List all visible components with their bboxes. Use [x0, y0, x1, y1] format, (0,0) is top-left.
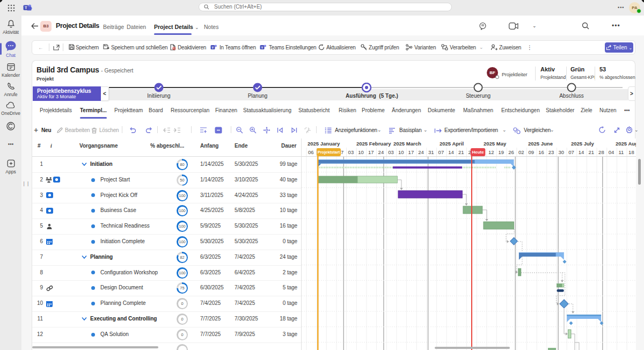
svg-text:24: 24: [418, 149, 424, 155]
svg-text:16: 16: [538, 149, 544, 155]
svg-text:23: 23: [548, 149, 554, 155]
svg-text:Projektstart: Projektstart: [318, 150, 340, 155]
svg-text:T: T: [25, 5, 27, 10]
svg-text:2025 August: 2025 August: [616, 141, 636, 147]
svg-text:30: 30: [559, 149, 565, 155]
svg-text:2025 May: 2025 May: [484, 141, 507, 147]
svg-text:2025 April: 2025 April: [440, 141, 464, 147]
svg-text:21: 21: [458, 149, 464, 155]
svg-text:T: T: [261, 46, 264, 49]
svg-text:14: 14: [448, 149, 454, 155]
svg-text:2025 March: 2025 March: [393, 141, 421, 147]
svg-text:19: 19: [499, 149, 504, 155]
svg-text:12: 12: [488, 149, 494, 155]
svg-text:03: 03: [348, 149, 354, 155]
svg-text:24: 24: [378, 149, 384, 155]
svg-text:2025 July: 2025 July: [571, 141, 594, 147]
svg-text:04: 04: [609, 149, 614, 155]
svg-text:02: 02: [518, 149, 524, 155]
svg-text:18: 18: [628, 149, 634, 155]
svg-text:21: 21: [589, 149, 595, 155]
svg-text:10: 10: [398, 149, 404, 155]
svg-text:07: 07: [438, 149, 444, 155]
svg-text:11: 11: [619, 149, 624, 155]
svg-text:2025 June: 2025 June: [528, 141, 553, 147]
svg-text:7: 7: [341, 149, 343, 155]
svg-text:06: 06: [308, 149, 314, 155]
svg-text:17: 17: [368, 149, 374, 155]
svg-text:T: T: [212, 46, 214, 49]
svg-text:31: 31: [428, 149, 434, 155]
svg-text:14: 14: [579, 149, 584, 155]
svg-text:28: 28: [598, 149, 604, 155]
svg-text:09: 09: [529, 149, 535, 155]
svg-text:26: 26: [508, 149, 514, 155]
svg-text:07: 07: [568, 149, 574, 155]
svg-text:2025 January: 2025 January: [308, 141, 340, 147]
svg-text:03: 03: [388, 149, 394, 155]
svg-text:10: 10: [358, 149, 364, 155]
svg-text:17: 17: [408, 149, 414, 155]
svg-text:2025 February: 2025 February: [356, 141, 391, 147]
svg-text:Heute: Heute: [472, 150, 484, 155]
